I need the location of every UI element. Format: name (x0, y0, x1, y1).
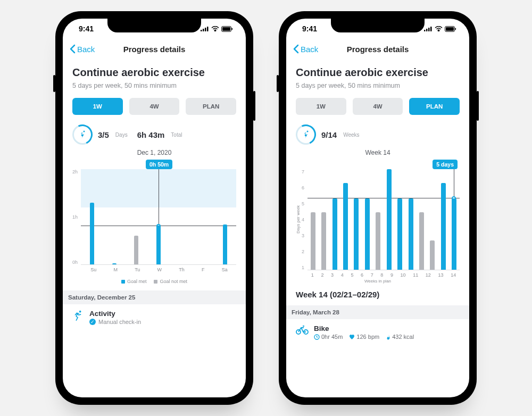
wifi-icon (211, 26, 219, 31)
metric-time: 0hr 45m (314, 334, 343, 340)
chart-tooltip: 0h 50m (146, 160, 172, 169)
activity-metrics: 0hr 45m 126 bpm 432 kcal (314, 334, 414, 340)
legend: Goal met Goal not met (72, 279, 236, 284)
content: Continue aerobic exercise 5 days per wee… (286, 59, 469, 397)
stats-row: 9/14 Weeks (296, 124, 460, 145)
bars (81, 169, 236, 264)
activity-title: Activity (89, 310, 141, 318)
legend-notmet: Goal not met (154, 279, 187, 284)
bar-sa[interactable] (223, 224, 227, 264)
bar-wk14[interactable] (452, 198, 456, 270)
tab-1w[interactable]: 1W (296, 98, 346, 115)
svg-rect-10 (426, 29, 428, 31)
goal-subtitle: 5 days per week, 50 mins minimum (296, 82, 460, 89)
bar-wk12[interactable] (430, 240, 435, 270)
plot-area[interactable] (81, 169, 236, 265)
svg-rect-9 (424, 30, 426, 31)
battery-icon (221, 26, 233, 32)
segment-control: 1W 4W PLAN (72, 98, 236, 115)
week-title: Week 14 (02/21–02/29) (296, 290, 460, 299)
screen: 9:41 Back Progress details Continue aero… (63, 19, 246, 397)
bar-wk9[interactable] (397, 198, 402, 270)
status-time: 9:41 (302, 24, 317, 33)
y-axis: 7 6 5 4 3 2 1 (302, 169, 307, 270)
content: Continue aerobic exercise 5 days per wee… (63, 59, 246, 397)
activity-sub: ✓ Manual check-in (89, 319, 141, 325)
bar-m[interactable] (112, 263, 117, 264)
activity-row[interactable]: Bike 0hr 45m 126 bpm 432 kcal (296, 319, 460, 340)
nav-bar: Back Progress details (286, 39, 469, 59)
svg-point-7 (84, 131, 85, 132)
svg-point-8 (79, 311, 81, 313)
stat-total-label: Total (171, 132, 182, 138)
chart-caption: Dec 1, 2020 (72, 149, 236, 156)
signal-icon (424, 26, 433, 31)
tab-4w[interactable]: 4W (129, 98, 180, 115)
chevron-left-icon (69, 44, 76, 54)
segment-control: 1W 4W PLAN (296, 98, 460, 115)
metric-bpm: 126 bpm (349, 334, 379, 340)
bar-wk10[interactable] (409, 198, 413, 270)
chevron-left-icon (293, 44, 300, 54)
bar-wk6[interactable] (365, 198, 370, 270)
stat-weeks: 9/14 (321, 130, 337, 139)
signal-icon (201, 26, 209, 31)
activity-row[interactable]: Activity ✓ Manual check-in (72, 304, 236, 325)
clock-icon (314, 334, 320, 340)
stat-weeks-label: Weeks (343, 132, 359, 138)
chart-tooltip: 5 days (433, 160, 458, 169)
svg-rect-15 (455, 28, 456, 30)
bar-w[interactable] (156, 226, 161, 264)
stats-row: 3/5 Days 6h 43m Total (72, 124, 236, 145)
bar-wk13[interactable] (441, 183, 446, 270)
stat-days-label: Days (115, 132, 128, 138)
bars (307, 169, 460, 270)
svg-rect-3 (207, 27, 209, 31)
legend-met: Goal met (121, 279, 147, 284)
bar-wk4[interactable] (343, 183, 348, 270)
chart-caption: Week 14 (296, 149, 460, 156)
tab-plan[interactable]: PLAN (186, 98, 236, 115)
status-indicators (201, 26, 233, 32)
y-axis-label: Days per week (296, 169, 301, 270)
back-button[interactable]: Back (293, 44, 318, 54)
svg-rect-14 (446, 27, 454, 31)
bike-icon (296, 325, 309, 335)
check-icon: ✓ (89, 319, 96, 325)
bar-wk2[interactable] (321, 212, 326, 270)
stat-total: 6h 43m (137, 130, 165, 139)
tab-4w[interactable]: 4W (353, 98, 403, 115)
section-header: Friday, March 28 (286, 305, 469, 319)
svg-rect-2 (205, 28, 206, 31)
status-indicators (424, 26, 456, 32)
runner-icon (78, 130, 87, 139)
bar-su[interactable] (90, 203, 94, 264)
bar-wk1[interactable] (311, 212, 315, 270)
notch (331, 19, 425, 32)
tab-1w[interactable]: 1W (72, 98, 123, 115)
bar-tu[interactable] (134, 236, 138, 264)
wifi-icon (435, 26, 443, 31)
svg-rect-6 (232, 28, 233, 30)
back-button[interactable]: Back (69, 44, 95, 54)
progress-ring (72, 124, 93, 145)
x-axis: Su M Tu W Th F Sa (82, 267, 236, 272)
svg-rect-12 (430, 27, 432, 31)
tab-plan[interactable]: PLAN (409, 98, 460, 115)
y-axis: 2h 1h 0h (72, 169, 81, 265)
nav-bar: Back Progress details (63, 39, 246, 59)
svg-rect-1 (203, 29, 204, 31)
bar-wk3[interactable] (332, 198, 337, 270)
bar-wk11[interactable] (419, 212, 424, 270)
goal-subtitle: 5 days per week, 50 mins minimum (72, 82, 236, 89)
x-axis: 1 2 3 4 5 6 7 8 9 10 11 12 13 14 (307, 272, 460, 278)
bar-wk5[interactable] (354, 198, 359, 270)
goal-title: Continue aerobic exercise (72, 66, 236, 79)
back-label: Back (301, 45, 318, 54)
bar-wk7[interactable] (376, 212, 380, 270)
plot-area[interactable] (307, 169, 460, 270)
bar-wk8[interactable] (387, 169, 392, 270)
back-label: Back (77, 45, 95, 54)
goal-title: Continue aerobic exercise (296, 66, 460, 79)
flame-icon (386, 334, 390, 340)
